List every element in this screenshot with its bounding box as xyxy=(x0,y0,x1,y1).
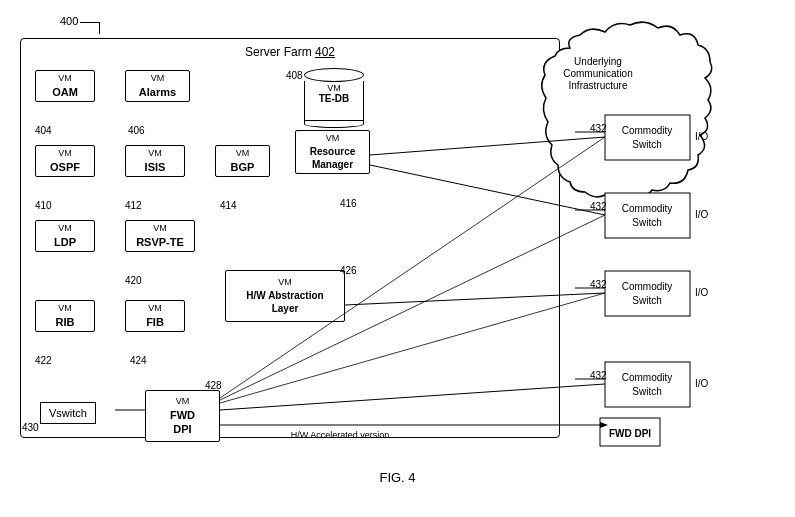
vm-resource-manager: VM ResourceManager xyxy=(295,130,370,174)
cloud-label: Underlying xyxy=(574,56,622,67)
svg-text:Switch: Switch xyxy=(632,386,661,397)
svg-text:432: 432 xyxy=(590,370,607,381)
vm-bgp: VM BGP xyxy=(215,145,270,177)
vm-ospf: VM OSPF xyxy=(35,145,95,177)
io-label-3: I/O xyxy=(695,287,709,298)
num-424: 424 xyxy=(130,355,147,366)
num-412: 412 xyxy=(125,200,142,211)
commodity-switch-1-rect xyxy=(605,115,690,160)
vm-fib: VM FIB xyxy=(125,300,185,332)
svg-text:FWD DPI: FWD DPI xyxy=(609,428,651,439)
label-400: 400 xyxy=(60,15,78,27)
svg-text:Commodity: Commodity xyxy=(622,281,673,292)
svg-text:432: 432 xyxy=(590,123,607,134)
vm-rsvp-te: VM RSVP-TE xyxy=(125,220,195,252)
num-406: 406 xyxy=(128,125,145,136)
io-label-2: I/O xyxy=(695,209,709,220)
svg-text:Communication: Communication xyxy=(563,68,632,79)
vswitch-box: Vswitch xyxy=(40,402,96,424)
commodity-switch-3-rect xyxy=(605,271,690,316)
num-408: 408 xyxy=(286,70,303,81)
num-428: 428 xyxy=(205,380,222,391)
commodity-switch-4-rect xyxy=(605,362,690,407)
vm-alarms: VM Alarms xyxy=(125,70,190,102)
vm-fwd-dpi: VM FWDDPI xyxy=(145,390,220,442)
num-404: 404 xyxy=(35,125,52,136)
svg-text:Switch: Switch xyxy=(632,217,661,228)
num-426: 426 xyxy=(340,265,357,276)
vm-ldp: VM LDP xyxy=(35,220,95,252)
fwd-dpi-remote-rect xyxy=(600,418,660,446)
commodity-switch-2-rect xyxy=(605,193,690,238)
io-label-1: I/O xyxy=(695,131,709,142)
svg-text:432: 432 xyxy=(590,279,607,290)
fig-label: FIG. 4 xyxy=(379,470,415,485)
server-farm-label: Server Farm 402 xyxy=(245,45,335,59)
num-422: 422 xyxy=(35,355,52,366)
svg-text:Commodity: Commodity xyxy=(622,203,673,214)
arrow-hw-accel xyxy=(600,422,608,428)
num-410: 410 xyxy=(35,200,52,211)
cloud-path xyxy=(542,22,712,199)
vswitch-label: Vswitch xyxy=(49,407,87,419)
svg-text:Infrastructure: Infrastructure xyxy=(569,80,628,91)
num-430: 430 xyxy=(22,422,39,433)
num-416: 416 xyxy=(340,198,357,209)
vm-oam: VM OAM xyxy=(35,70,95,102)
server-farm-box: Server Farm 402 xyxy=(20,38,560,438)
vm-isis: VM ISIS xyxy=(125,145,185,177)
svg-text:Commodity: Commodity xyxy=(622,125,673,136)
svg-text:Switch: Switch xyxy=(632,295,661,306)
num-420: 420 xyxy=(125,275,142,286)
vm-hw-abstraction: VM H/W AbstractionLayer xyxy=(225,270,345,322)
diagram-container: 400 Server Farm 402 VM OAM 404 VM Alarms… xyxy=(0,10,795,490)
label-400-line xyxy=(80,22,100,34)
vm-rib: VM RIB xyxy=(35,300,95,332)
num-414: 414 xyxy=(220,200,237,211)
vm-te-db: VM TE-DB xyxy=(300,68,368,128)
svg-text:Commodity: Commodity xyxy=(622,372,673,383)
io-label-4: I/O xyxy=(695,378,709,389)
svg-text:Switch: Switch xyxy=(632,139,661,150)
svg-text:432: 432 xyxy=(590,201,607,212)
